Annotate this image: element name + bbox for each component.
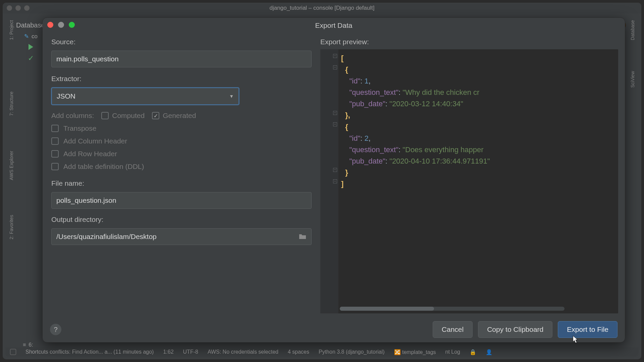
status-indent[interactable]: 4 spaces bbox=[288, 349, 309, 355]
folder-icon[interactable] bbox=[299, 233, 307, 240]
preview-label: Export preview: bbox=[320, 38, 618, 46]
row-header-label: Add Row Header bbox=[63, 150, 117, 158]
export-data-dialog: Export Data Source: main.polls_question … bbox=[42, 17, 625, 343]
computed-checkbox[interactable] bbox=[101, 112, 109, 119]
ide-traffic-lights bbox=[7, 5, 30, 11]
fold-icon[interactable] bbox=[333, 111, 337, 115]
dialog-titlebar: Export Data bbox=[43, 18, 625, 33]
col-header-label: Add Column Header bbox=[63, 137, 127, 145]
generated-label: Generated bbox=[163, 112, 196, 120]
source-label: Source: bbox=[51, 38, 312, 46]
transpose-label: Transpose bbox=[63, 124, 96, 132]
status-python[interactable]: Python 3.8 (django_tutorial) bbox=[319, 349, 385, 355]
tab-project[interactable]: 1: Project bbox=[9, 20, 14, 40]
ide-run-strip: ✎ co ✓ bbox=[18, 33, 44, 63]
ide-title: django_tutorial – console [Django defaul… bbox=[270, 5, 375, 11]
status-shortcuts[interactable]: Shortcuts conflicts: Find Action... a...… bbox=[25, 349, 154, 355]
export-file-button[interactable]: Export to File bbox=[558, 321, 618, 338]
lock-icon[interactable]: 🔒 bbox=[470, 349, 476, 355]
fold-icon[interactable] bbox=[333, 168, 337, 172]
source-field[interactable]: main.polls_question bbox=[51, 51, 312, 67]
dialog-title: Export Data bbox=[315, 21, 353, 29]
export-preview: [ { "id": 1, "question_text": "Why did t… bbox=[320, 49, 618, 313]
tab-structure[interactable]: 7: Structure bbox=[9, 92, 14, 116]
outdir-field[interactable]: /Users/quazinafiulislam/Desktop bbox=[51, 228, 312, 245]
database-panel-label[interactable]: Database bbox=[16, 21, 45, 29]
ide-min-dot[interactable] bbox=[15, 5, 21, 11]
feather-icon: ✎ bbox=[24, 33, 29, 40]
fold-icon[interactable] bbox=[333, 122, 337, 126]
extractor-select[interactable]: JSON ▼ bbox=[51, 87, 239, 105]
cancel-button[interactable]: Cancel bbox=[433, 321, 473, 338]
row-header-checkbox[interactable] bbox=[51, 150, 59, 158]
tab-database[interactable]: Database bbox=[630, 20, 635, 40]
dialog-right-pane: Export preview: [ { "id": 1, "question_t… bbox=[318, 33, 625, 317]
console-tab-label[interactable]: co bbox=[32, 33, 38, 40]
copy-clipboard-button[interactable]: Copy to Clipboard bbox=[478, 321, 552, 338]
statusbar-tool-icon[interactable] bbox=[10, 349, 16, 355]
line-sep-icon[interactable]: ≡ bbox=[23, 342, 26, 348]
play-icon[interactable] bbox=[29, 44, 33, 50]
dialog-traffic-lights bbox=[47, 22, 75, 28]
ide-right-tool-strip: Database SciView bbox=[627, 16, 638, 349]
status-branch[interactable]: 🔀 template_tags bbox=[394, 349, 436, 355]
status-encoding[interactable]: UTF-8 bbox=[183, 349, 198, 355]
filename-field[interactable]: polls_question.json bbox=[51, 192, 312, 209]
ide-titlebar: django_tutorial – console [Django defaul… bbox=[3, 3, 641, 13]
outdir-label: Output directory: bbox=[51, 216, 312, 224]
ddl-checkbox[interactable] bbox=[51, 163, 59, 170]
ide-close-dot[interactable] bbox=[7, 5, 12, 11]
computed-label: Computed bbox=[112, 112, 145, 120]
dialog-left-pane: Source: main.polls_question Extractor: J… bbox=[43, 33, 318, 317]
ddl-label: Add table definition (DDL) bbox=[63, 163, 144, 171]
tab-favorites[interactable]: 2: Favorites bbox=[9, 215, 14, 239]
ide-left-tool-strip: 1: Project 7: Structure AWS Explorer 2: … bbox=[6, 16, 17, 349]
tab-sciview[interactable]: SciView bbox=[630, 71, 635, 88]
outdir-value: /Users/quazinafiulislam/Desktop bbox=[56, 233, 299, 241]
dialog-close-dot[interactable] bbox=[47, 22, 53, 28]
dialog-footer: ? Cancel Copy to Clipboard Export to Fil… bbox=[43, 317, 625, 342]
ide-max-dot[interactable] bbox=[24, 5, 30, 11]
help-icon[interactable]: ? bbox=[50, 324, 61, 335]
extractor-value: JSON bbox=[57, 92, 75, 100]
transpose-checkbox[interactable] bbox=[51, 125, 59, 132]
extractor-label: Extractor: bbox=[51, 75, 312, 83]
dialog-max-dot[interactable] bbox=[69, 22, 75, 28]
preview-scrollbar[interactable] bbox=[340, 307, 565, 311]
status-aws[interactable]: AWS: No credentials selected bbox=[208, 349, 278, 355]
col-header-checkbox[interactable] bbox=[51, 137, 59, 145]
filename-label: File name: bbox=[51, 179, 312, 187]
ide-statusbar: Shortcuts conflicts: Find Action... a...… bbox=[5, 347, 639, 357]
dialog-min-dot[interactable] bbox=[58, 22, 64, 28]
fold-icon[interactable] bbox=[333, 179, 337, 183]
add-columns-row: Add columns: Computed Generated bbox=[51, 112, 312, 120]
status-log[interactable]: nt Log bbox=[445, 349, 460, 355]
chevron-down-icon: ▼ bbox=[229, 94, 234, 99]
fold-icon[interactable] bbox=[333, 54, 337, 58]
add-columns-label: Add columns: bbox=[51, 112, 94, 120]
check-icon: ✓ bbox=[28, 54, 34, 63]
bottom-left-pos: 6: bbox=[29, 342, 33, 348]
preview-code: [ { "id": 1, "question_text": "Why did t… bbox=[341, 53, 615, 190]
fold-icon[interactable] bbox=[333, 65, 337, 69]
ide-man-icon[interactable]: 👤 bbox=[486, 349, 492, 355]
tab-aws[interactable]: AWS Explorer bbox=[9, 151, 14, 180]
generated-checkbox[interactable] bbox=[152, 112, 159, 119]
status-pos[interactable]: 1:62 bbox=[163, 349, 173, 355]
